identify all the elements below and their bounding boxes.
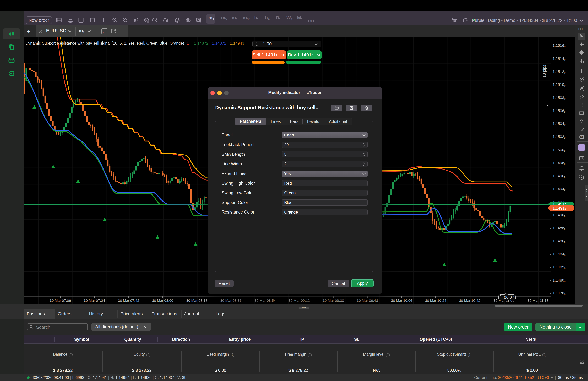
svg-text:E: E bbox=[583, 89, 584, 91]
svg-text:1: 1 bbox=[147, 20, 149, 23]
svg-text:A: A bbox=[581, 135, 583, 138]
svg-text:1.14911: 1.14911 bbox=[553, 206, 566, 210]
svg-text:1: 1 bbox=[14, 61, 16, 64]
svg-text:F: F bbox=[583, 106, 584, 108]
svg-text:00:07: 00:07 bbox=[504, 295, 514, 300]
